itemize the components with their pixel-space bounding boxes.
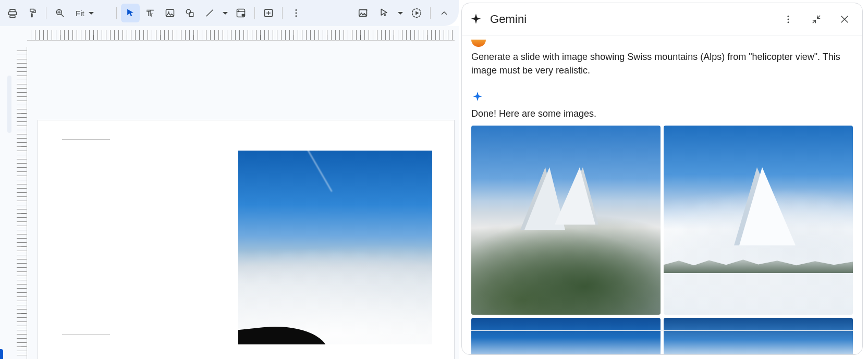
gemini-panel-header: Gemini [462, 3, 862, 35]
chevron-down-icon [223, 12, 228, 15]
svg-point-11 [296, 9, 297, 11]
user-avatar [471, 40, 486, 47]
horizontal-ruler [27, 30, 455, 41]
main-toolbar: Fit TT [0, 0, 459, 26]
svg-point-12 [296, 13, 297, 14]
generated-image-1[interactable] [471, 126, 661, 315]
svg-point-5 [186, 9, 190, 14]
filmstrip-selection-indicator [0, 349, 3, 359]
toolbar-separator [116, 7, 117, 19]
chevron-down-icon [398, 12, 403, 15]
svg-point-16 [788, 15, 789, 17]
text-box-tool[interactable]: TT [141, 4, 160, 22]
toolbar-separator [282, 7, 283, 19]
generated-images-grid [471, 126, 853, 354]
gemini-side-panel: Gemini Generate a slide with image showi… [461, 3, 863, 355]
gemini-spark-icon [469, 13, 483, 26]
panel-dock-icon[interactable] [806, 9, 827, 30]
zoom-level-dropdown[interactable]: Fit [70, 5, 112, 21]
slide-image[interactable] [238, 151, 432, 344]
generated-image-2[interactable] [664, 126, 853, 315]
spark-image-icon[interactable] [354, 4, 373, 22]
editor-canvas-area [0, 26, 459, 359]
filmstrip-edge [7, 76, 11, 133]
gemini-panel-title: Gemini [490, 13, 527, 26]
panel-close-icon[interactable] [834, 9, 855, 30]
svg-point-13 [296, 15, 297, 17]
mountain-aerial-image [238, 151, 432, 344]
vertical-ruler [17, 47, 27, 359]
paint-format-icon[interactable] [23, 4, 42, 22]
cursor-share-icon[interactable] [375, 4, 394, 22]
collapse-toolbar-icon[interactable] [435, 4, 454, 22]
line-tool-dropdown[interactable] [220, 4, 230, 22]
slide-canvas[interactable] [38, 120, 455, 359]
panel-more-icon[interactable] [778, 9, 799, 30]
shape-tool[interactable] [180, 4, 199, 22]
toolbar-separator [46, 7, 46, 19]
gemini-spark-icon [471, 91, 485, 104]
title-placeholder-line [62, 139, 110, 140]
user-message: Generate a slide with image showing Swis… [471, 50, 847, 77]
zoom-in-icon[interactable] [51, 4, 69, 22]
svg-rect-3 [166, 9, 174, 16]
print-icon[interactable] [3, 4, 22, 22]
insert-comment-icon[interactable] [259, 4, 278, 22]
slideshow-icon[interactable] [407, 4, 426, 22]
chevron-down-icon [89, 12, 94, 15]
more-tools-icon[interactable] [287, 4, 305, 22]
svg-rect-9 [242, 14, 245, 17]
select-tool[interactable] [121, 4, 140, 22]
insert-image-tool[interactable] [161, 4, 179, 22]
zoom-level-label: Fit [76, 9, 84, 18]
svg-text:T: T [150, 13, 153, 18]
svg-point-18 [788, 21, 789, 23]
svg-point-17 [788, 18, 789, 20]
gemini-input-area[interactable] [471, 330, 853, 350]
gemini-conversation: Generate a slide with image showing Swis… [462, 35, 862, 354]
toolbar-separator [430, 7, 431, 19]
insert-video-icon[interactable] [231, 4, 250, 22]
line-tool[interactable] [200, 4, 219, 22]
subtitle-placeholder-line [62, 334, 110, 335]
cursor-share-dropdown[interactable] [396, 4, 405, 22]
model-message: Done! Here are some images. [471, 108, 853, 119]
toolbar-separator [254, 7, 255, 19]
